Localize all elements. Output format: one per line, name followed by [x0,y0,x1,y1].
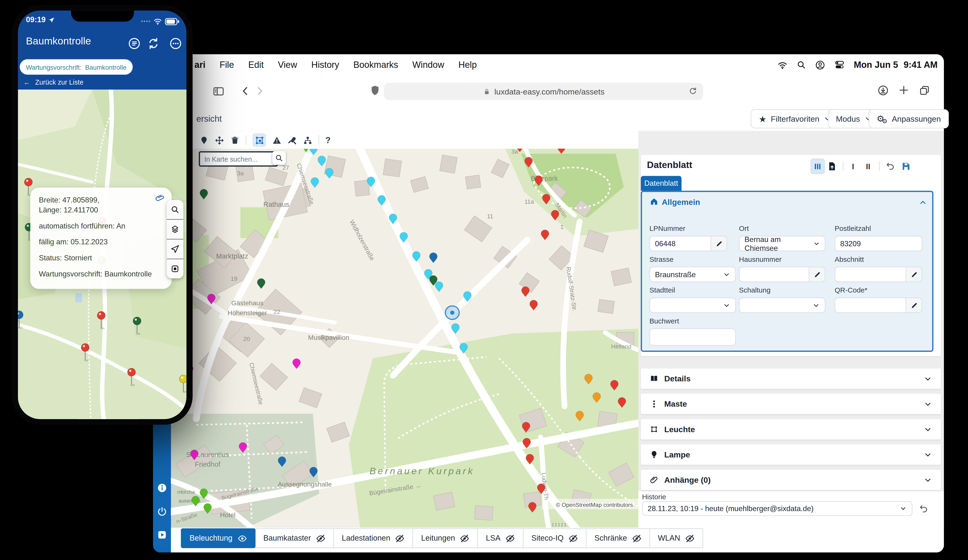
phone-search-tool[interactable] [167,200,183,220]
list-icon[interactable] [128,37,141,50]
search-icon [171,205,180,214]
more-options-icon[interactable] [169,37,182,50]
location-arrow-icon [48,16,55,23]
camera-icon [171,264,180,273]
phone-map[interactable]: Hacken und RottauerFilz Breite: 47.80589… [18,89,186,419]
phone-mockup: 09:19 Baumkontrolle Wartungsvorschrift: … [0,0,968,560]
filter-chip[interactable]: Wartungsvorschrift: Baumkontrolle [20,59,133,75]
phone-camera-tool[interactable] [167,259,183,278]
asset-info-card: Breite: 47.805899,Länge: 12.411700automa… [30,187,172,289]
back-arrow-icon: ← [23,78,30,86]
wifi-icon [153,17,162,26]
back-to-list-link[interactable]: ← Zurück zur Liste [23,78,83,86]
screenshot-stage: ariFileEditViewHistoryBookmarksWindowHel… [0,0,968,560]
phone-status-time: 09:19 [26,15,55,24]
navigation-icon [171,244,180,253]
battery-icon [165,18,180,25]
layers-icon [171,225,180,234]
phone-layers-tool[interactable] [167,220,183,240]
phone-app-title: Baumkontrolle [26,35,91,47]
phone-screen: 09:19 Baumkontrolle Wartungsvorschrift: … [18,10,186,419]
sync-icon[interactable] [147,37,160,50]
phone-locate-tool[interactable] [167,240,183,259]
phone-map-toolbar [167,200,183,278]
phone-notch [71,10,134,22]
cellular-icon [141,20,151,23]
